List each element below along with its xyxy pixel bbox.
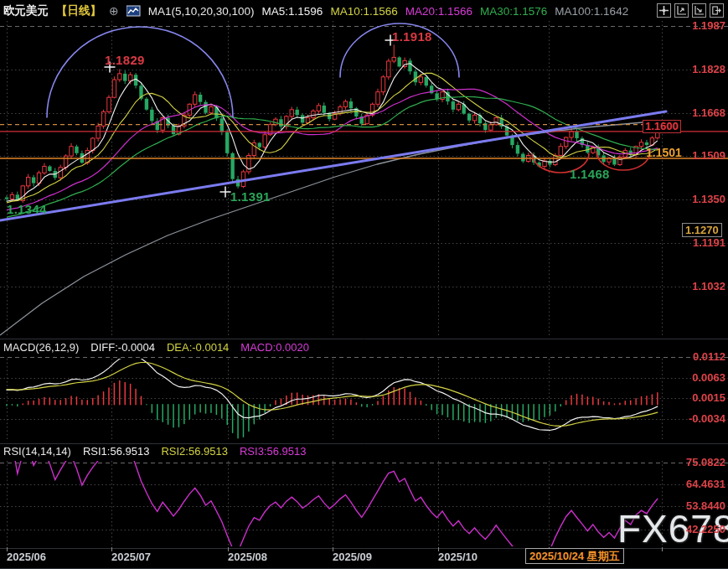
- macd-diff-value: DIFF:-0.0004: [90, 341, 155, 354]
- ma10-value: MA10:1.1566: [330, 5, 397, 18]
- scale-axis-right-icon[interactable]: [692, 3, 706, 18]
- price-axis-label: 1.1828: [683, 63, 725, 75]
- rsi-axis-label: 75.0822: [683, 456, 725, 468]
- macd-title[interactable]: MACD(26,12,9): [3, 341, 79, 354]
- macd-axis-label: 0.0063: [683, 371, 725, 384]
- date-axis-label: 2025/08: [228, 551, 267, 563]
- line-chart-icon[interactable]: [126, 5, 141, 17]
- price-axis-label: 1.1668: [683, 106, 725, 119]
- macd-dea-value: DEA:-0.0014: [167, 341, 229, 354]
- chart-header: 欧元美元 【日线】 ⊕ MA1(5,10,20,30,100) MA5:1.15…: [3, 3, 628, 19]
- chart-annotation: 1.1391: [230, 189, 271, 204]
- price-axis-label: 1.1191: [683, 236, 725, 249]
- chart-toolbar: [657, 3, 724, 18]
- rsi-axis-label: 42.2250: [683, 523, 725, 535]
- shift-right-icon[interactable]: [710, 3, 724, 18]
- ma20-value: MA20:1.1566: [405, 5, 472, 18]
- crosshair-price-tag: 1.1270: [682, 223, 722, 237]
- last-price-tag: 1.1600: [643, 120, 681, 133]
- price-axis-label: 1.1987: [683, 19, 725, 32]
- plus-circle-icon[interactable]: ⊕: [109, 4, 119, 18]
- macd-macd-value: MACD:0.0020: [240, 341, 309, 354]
- crosshair-date-tag: 2025/10/24 星期五: [525, 548, 624, 564]
- chart-annotation: 1.1468: [570, 167, 610, 181]
- timeframe-label[interactable]: 【日线】: [56, 3, 101, 18]
- ma5-value: MA5:1.1596: [262, 5, 323, 18]
- rsi3-value: RSI3:56.9513: [240, 445, 307, 458]
- date-axis-label: 2025/06: [7, 551, 46, 563]
- date-axis-label: 2025/07: [111, 551, 151, 563]
- pan-move-icon[interactable]: [657, 3, 671, 18]
- scale-axis-up-icon[interactable]: [674, 3, 689, 18]
- symbol-name: 欧元美元: [3, 3, 49, 18]
- price-axis-label: 1.1350: [683, 193, 725, 205]
- macd-axis-label: 0.0112: [683, 350, 725, 363]
- chart-annotation: 1.1344: [7, 202, 47, 216]
- rsi1-value: RSI1:56.9513: [83, 445, 150, 458]
- date-axis-label: 2025/10: [438, 551, 478, 563]
- rsi2-value: RSI2:56.9513: [161, 445, 228, 458]
- chart-canvas[interactable]: [0, 0, 728, 569]
- chart-annotation: 1.1918: [392, 29, 432, 44]
- support-price-tag: 1.1501: [646, 146, 682, 159]
- date-axis-label: 2025/09: [333, 551, 372, 563]
- rsi-axis-label: 53.8440: [683, 499, 725, 512]
- price-axis-label: 1.1509: [683, 149, 725, 162]
- chart-annotation: 1.1829: [105, 53, 145, 67]
- price-axis-label: 1.1032: [683, 280, 725, 292]
- rsi-axis-label: 64.4631: [683, 478, 725, 490]
- macd-axis-label: 0.0015: [683, 391, 725, 404]
- macd-axis-label: -0.0034: [683, 412, 725, 425]
- rsi-label-row: RSI(14,14,14) RSI1:56.9513 RSI2:56.9513 …: [3, 445, 306, 458]
- ma-settings-label[interactable]: MA1(5,10,20,30,100): [148, 5, 255, 18]
- rsi-title[interactable]: RSI(14,14,14): [3, 445, 71, 458]
- ma30-value: MA30:1.1576: [480, 5, 547, 18]
- macd-label-row: MACD(26,12,9) DIFF:-0.0004 DEA:-0.0014 M…: [3, 341, 309, 354]
- ma100-value: MA100:1.1642: [555, 5, 628, 18]
- chart-window: 欧元美元 【日线】 ⊕ MA1(5,10,20,30,100) MA5:1.15…: [0, 0, 728, 569]
